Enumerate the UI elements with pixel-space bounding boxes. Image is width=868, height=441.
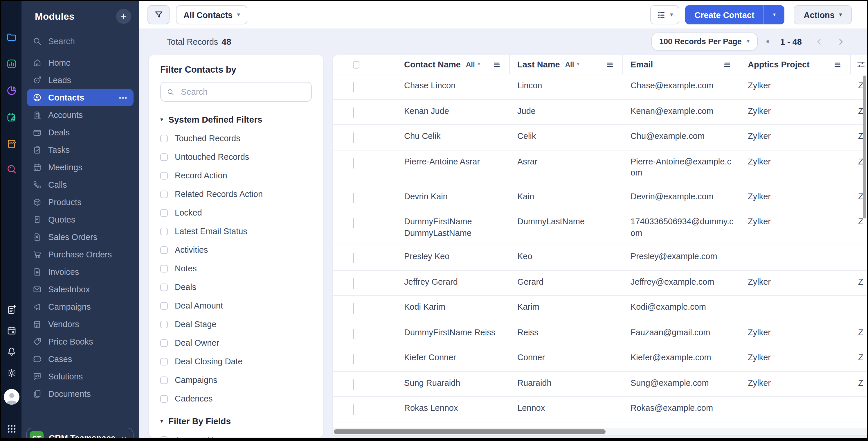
item-options-icon[interactable]: ••• [119,94,128,101]
apps-grid-icon[interactable] [6,423,17,434]
filter-section-header-filter-by-fields[interactable]: ▾Filter By Fields [160,416,312,426]
cell-contact-name[interactable]: Chu Celik [397,125,510,150]
analytics-icon[interactable] [6,58,17,69]
filter-option-deal-owner[interactable]: Deal Owner [160,338,312,348]
sidebar-item-products[interactable]: Products [27,194,133,211]
filter-option-locked[interactable]: Locked [160,208,312,217]
actions-button[interactable]: Actions ▾ [794,5,852,24]
filter-option-campaigns[interactable]: Campaigns [160,375,312,385]
column-menu-icon[interactable] [833,60,842,69]
filter-option-activities[interactable]: Activities [160,245,312,255]
checkbox[interactable] [160,153,168,160]
view-selector-dropdown[interactable]: All Contacts ▾ [176,5,247,24]
sidebar-item-solutions[interactable]: Solutions [27,368,133,385]
sidebar-item-contacts[interactable]: Contacts••• [27,89,133,106]
checkbox[interactable] [160,283,168,291]
column-menu-icon[interactable] [492,60,501,69]
table-row[interactable]: Chu CelikCelikChu@example.comZylkerZ [333,125,867,150]
filter-option-record-action[interactable]: Record Action [160,171,312,180]
cell-contact-name[interactable]: Devrin Kain [397,185,510,210]
filter-option-deal-amount[interactable]: Deal Amount [160,301,312,310]
checkbox[interactable] [160,172,168,179]
cell-contact-name[interactable]: Kodi Karim [397,296,510,320]
sidebar-item-leads[interactable]: Leads [27,71,133,89]
filter-option-touched-records[interactable]: Touched Records [160,134,312,143]
sidebar-item-salesinbox[interactable]: SalesInbox [27,281,133,298]
checkbox[interactable] [160,358,168,365]
planner-icon[interactable] [6,112,17,123]
sidebar-item-meetings[interactable]: Meetings [27,158,133,176]
sidebar-item-documents[interactable]: Documents [27,385,133,403]
filter-option-deals[interactable]: Deals [160,283,312,292]
table-row[interactable]: Jeffrey GerardGerardJeffrey@example.comZ… [333,270,867,296]
filter-option-cadences[interactable]: Cadences [160,394,312,403]
table-row[interactable]: Devrin KainKainDevrin@example.comZylkerZ [333,185,867,210]
cell-contact-name[interactable]: Chase Lincon [397,75,510,99]
filter-option-notes[interactable]: Notes [160,264,312,273]
table-row[interactable]: Rokas LennoxLennoxRokas@example.com [333,397,867,422]
column-filter-dropdown[interactable]: All▾ [565,60,580,68]
row-checkbox[interactable] [353,158,354,168]
previous-page-button[interactable] [813,35,826,48]
sidebar-item-calls[interactable]: Calls [27,176,133,194]
teamspace-selector[interactable]: CT CRM Teamspace [26,428,133,438]
user-avatar[interactable] [3,389,19,405]
filter-option-latest-email-status[interactable]: Latest Email Status [160,227,312,236]
cell-contact-name[interactable]: Sung Ruaraidh [397,372,510,396]
checkbox[interactable] [160,265,168,272]
table-row[interactable]: DummyFirstName DummyLastNameDummyLastNam… [333,210,867,245]
row-checkbox[interactable] [353,354,354,364]
row-checkbox[interactable] [353,218,354,228]
checkbox[interactable] [160,135,168,142]
table-row[interactable]: DummyFirstName ReissReissFauzaan@gmail.c… [333,321,867,346]
folder-icon[interactable] [6,32,17,43]
zoho-logo-icon[interactable] [5,8,18,21]
checkbox[interactable] [160,302,168,310]
filter-option-untouched-records[interactable]: Untouched Records [160,152,312,161]
sidebar-item-deals[interactable]: Deals [27,124,133,141]
cell-contact-name[interactable]: Presley Keo [397,245,510,270]
checkbox[interactable] [160,228,168,235]
filter-option-related-records-action[interactable]: Related Records Action [160,189,312,199]
sidebar-item-tasks[interactable]: Tasks [27,141,133,158]
column-filter-dropdown[interactable]: All▾ [466,60,480,68]
create-contact-dropdown[interactable]: ▾ [764,5,785,24]
column-menu-icon[interactable] [723,60,732,69]
horizontal-scrollbar[interactable] [334,430,606,434]
table-row[interactable]: Kiefer ConnerConnerKiefer@example.comZyl… [333,346,867,372]
row-checkbox[interactable] [353,253,354,263]
table-row[interactable]: Kenan JudeJudeKenan@example.comZylkerZ [333,100,867,125]
row-checkbox[interactable] [353,82,354,92]
table-row[interactable]: Presley KeoKeoPresley@example.com [333,245,867,270]
cell-contact-name[interactable]: DummyFirstName DummyLastName [397,210,510,245]
customize-columns-icon[interactable] [857,60,866,69]
select-all-checkbox[interactable] [353,61,360,68]
sidebar-search[interactable]: Search [27,33,133,50]
checkbox[interactable] [160,339,168,347]
list-view-selector[interactable]: ▾ [650,5,679,24]
create-contact-button[interactable]: Create Contact ▾ [685,5,784,24]
filter-option-deal-closing-date[interactable]: Deal Closing Date [160,357,312,366]
checkbox[interactable] [160,190,168,198]
records-per-page-dropdown[interactable]: 100 Records Per Page ▾ [651,33,758,51]
table-row[interactable]: Kodi KarimKarimKodi@example.com [333,296,867,321]
sidebar-item-campaigns[interactable]: Campaigns [27,298,133,316]
filter-option-deal-stage[interactable]: Deal Stage [160,320,312,329]
filter-search-input[interactable] [180,87,305,97]
sidebar-item-invoices[interactable]: Invoices [27,263,133,281]
sidebar-item-price-books[interactable]: Price Books [27,333,133,350]
calendar-icon[interactable] [6,325,17,336]
reports-pie-icon[interactable] [6,85,17,96]
vertical-scrollbar[interactable] [863,76,866,218]
notifications-icon[interactable] [6,346,17,357]
table-row[interactable]: Sung RuaraidhRuaraidhSung@example.comZyl… [333,372,867,397]
add-module-button[interactable] [116,9,131,24]
row-checkbox[interactable] [353,133,354,143]
checkbox[interactable] [160,395,168,402]
filter-section-header-system-defined-filters[interactable]: ▾System Defined Filters [160,114,312,124]
filter-option-account-name[interactable]: Account Name [160,435,312,438]
column-menu-icon[interactable] [606,60,614,69]
table-row[interactable]: Chase LinconLinconChase@example.comZylke… [333,75,867,100]
table-row[interactable]: Pierre-Antoine AsrarAsrarPierre-Antoine@… [333,150,867,185]
filter-toggle-button[interactable] [148,5,169,24]
